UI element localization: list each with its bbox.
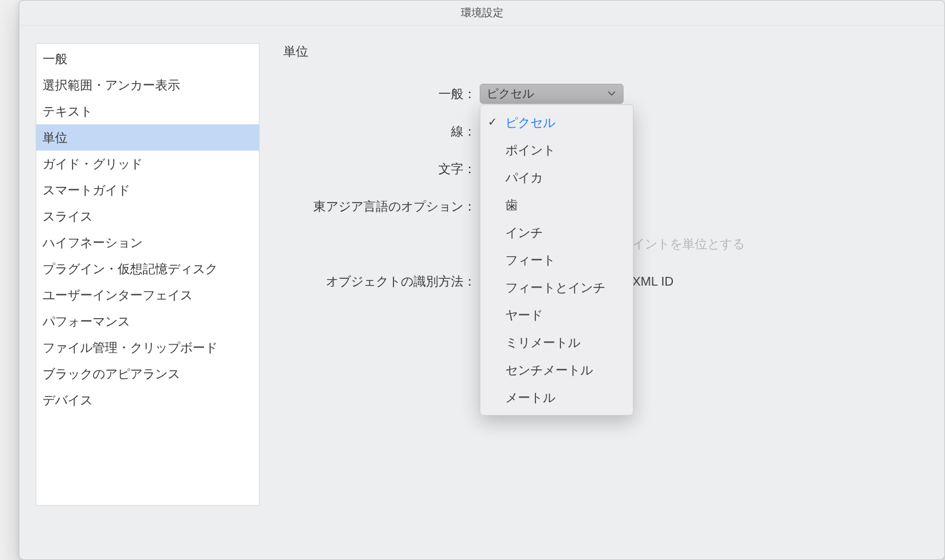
sidebar-item-smart-guides[interactable]: スマートガイド <box>36 177 259 203</box>
sidebar-item-plugins-scratch[interactable]: プラグイン・仮想記憶ディスク <box>36 256 259 282</box>
menu-item-label: センチメートル <box>505 363 593 377</box>
menu-item-label: パイカ <box>505 171 543 184</box>
unit-note-text: イントを単位とする <box>632 236 745 252</box>
window-body: 一般 選択範囲・アンカー表示 テキスト 単位 ガイド・グリッド スマートガイド … <box>19 26 944 506</box>
dropdown-menu-units: ✓ ピクセル ポイント パイカ 歯 インチ フィート フィートとインチ ヤード … <box>480 104 634 416</box>
sidebar-item-slices[interactable]: スライス <box>36 203 259 229</box>
menu-item-label: ミリメートル <box>505 336 580 349</box>
sidebar-item-guides-grid[interactable]: ガイド・グリッド <box>36 151 259 177</box>
menu-item-pixels[interactable]: ✓ ピクセル <box>480 109 633 136</box>
menu-item-label: 歯 <box>505 198 518 212</box>
menu-item-label: インチ <box>505 226 543 239</box>
object-id-trail: XML ID <box>632 274 674 289</box>
check-icon: ✓ <box>488 114 497 130</box>
sidebar-item-units[interactable]: 単位 <box>36 124 259 151</box>
sidebar-item-hyphenation[interactable]: ハイフネーション <box>36 229 259 256</box>
preferences-window: 環境設定 一般 選択範囲・アンカー表示 テキスト 単位 ガイド・グリッド スマー… <box>19 0 945 560</box>
menu-item-label: ピクセル <box>505 116 555 129</box>
dropdown-general-value: ピクセル <box>487 86 534 102</box>
sidebar-item-performance[interactable]: パフォーマンス <box>36 308 259 334</box>
sidebar-item-user-interface[interactable]: ユーザーインターフェイス <box>36 282 259 308</box>
category-sidebar: 一般 選択範囲・アンカー表示 テキスト 単位 ガイド・グリッド スマートガイド … <box>36 43 260 506</box>
window-title: 環境設定 <box>19 1 944 26</box>
sidebar-item-general[interactable]: 一般 <box>36 46 259 72</box>
menu-item-feet-inches[interactable]: フィートとインチ <box>480 274 633 301</box>
menu-item-yards[interactable]: ヤード <box>480 301 633 329</box>
row-general: 一般： ピクセル ✓ ピクセル ポイント パイカ <box>283 82 926 105</box>
menu-item-picas[interactable]: パイカ <box>480 164 633 191</box>
sidebar-item-text[interactable]: テキスト <box>36 98 259 124</box>
label-east-asian: 東アジア言語のオプション： <box>283 198 480 215</box>
menu-item-label: ポイント <box>505 143 555 157</box>
chevron-down-icon <box>608 91 615 96</box>
menu-item-inches[interactable]: インチ <box>480 219 633 246</box>
menu-item-meters[interactable]: メートル <box>480 384 633 411</box>
sidebar-item-selection-anchor[interactable]: 選択範囲・アンカー表示 <box>36 72 259 98</box>
label-general: 一般： <box>283 86 480 102</box>
menu-item-centimeters[interactable]: センチメートル <box>480 356 633 384</box>
section-title: 単位 <box>283 43 926 60</box>
menu-item-label: ヤード <box>505 308 543 322</box>
value-general: ピクセル ✓ ピクセル ポイント パイカ 歯 インチ <box>480 84 624 104</box>
menu-item-label: フィート <box>505 253 555 267</box>
menu-item-millimeters[interactable]: ミリメートル <box>480 329 633 356</box>
menu-item-label: メートル <box>505 391 555 404</box>
content-pane: 単位 一般： ピクセル ✓ ピクセル ポイン <box>260 43 944 506</box>
menu-item-label: フィートとインチ <box>505 281 605 294</box>
sidebar-item-devices[interactable]: デバイス <box>36 387 259 413</box>
label-line: 線： <box>283 123 480 140</box>
menu-item-ha[interactable]: 歯 <box>480 191 633 219</box>
menu-item-points[interactable]: ポイント <box>480 136 633 164</box>
menu-item-feet[interactable]: フィート <box>480 246 633 274</box>
label-object-id: オブジェクトの識別方法： <box>283 273 480 290</box>
dropdown-general-units[interactable]: ピクセル <box>480 84 624 104</box>
label-text: 文字： <box>283 161 480 178</box>
sidebar-item-file-clipboard[interactable]: ファイル管理・クリップボード <box>36 334 259 361</box>
sidebar-item-black-appearance[interactable]: ブラックのアピアランス <box>36 361 259 387</box>
